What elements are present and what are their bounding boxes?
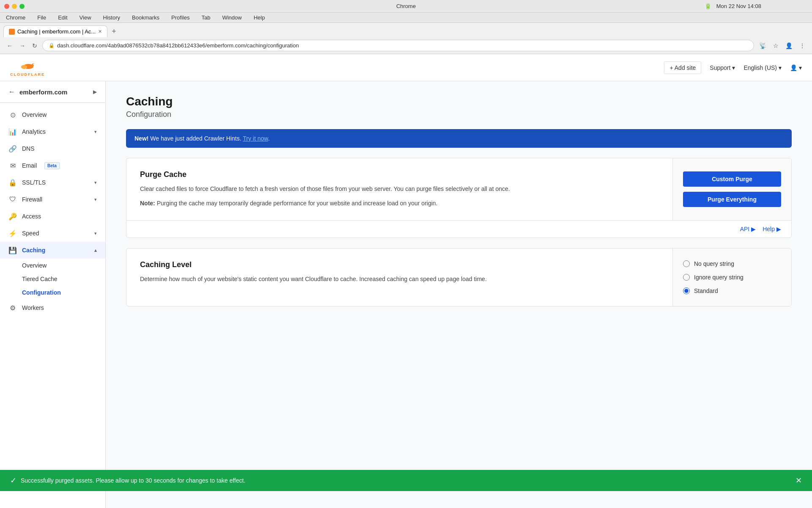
custom-purge-button[interactable]: Custom Purge	[683, 171, 781, 187]
back-button[interactable]: ←	[5, 41, 14, 51]
page-title: Caching	[126, 95, 792, 108]
menu-view[interactable]: View	[77, 14, 94, 22]
analytics-icon: 📊	[8, 127, 17, 136]
caching-level-card-inner: Caching Level Determine how much of your…	[126, 248, 791, 306]
back-to-sites-button[interactable]: ←	[8, 88, 15, 96]
url-bar[interactable]: 🔒 dash.cloudflare.com/4ab9ad0876532cb78a…	[42, 40, 754, 51]
radio-input-no-query-string[interactable]	[683, 260, 690, 267]
purge-cache-card-inner: Purge Cache Clear cached files to force …	[126, 158, 791, 220]
sidebar-subitem-configuration[interactable]: Configuration	[22, 286, 105, 299]
sidebar-item-label-speed: Speed	[22, 230, 39, 237]
purge-cache-description: Clear cached files to force Cloudflare t…	[140, 184, 659, 193]
menu-chrome[interactable]: Chrome	[3, 14, 28, 22]
radio-input-ignore-query-string[interactable]	[683, 274, 690, 281]
maximize-button[interactable]	[19, 4, 25, 9]
close-button[interactable]	[4, 4, 9, 9]
account-button[interactable]: 👤 ▾	[790, 64, 802, 71]
caching-level-left: Caching Level Determine how much of your…	[126, 248, 673, 306]
sidebar-item-workers[interactable]: ⚙ Workers	[0, 299, 105, 316]
cast-button[interactable]: 📡	[757, 41, 768, 51]
svg-point-1	[21, 65, 27, 69]
support-link[interactable]: Support ▾	[710, 64, 735, 71]
menu-bookmarks[interactable]: Bookmarks	[129, 14, 162, 22]
menu-history[interactable]: History	[101, 14, 123, 22]
sidebar-item-access[interactable]: 🔑 Access	[0, 208, 105, 225]
caching-level-card: Caching Level Determine how much of your…	[126, 248, 792, 306]
cloudflare-logo[interactable]: CLOUDFLARE	[10, 59, 45, 77]
language-selector[interactable]: English (US) ▾	[743, 64, 782, 71]
toast-close-button[interactable]: ✕	[796, 476, 802, 485]
tab-bar: Caching | emberform.com | Ac... ✕ +	[0, 23, 812, 37]
main-content: Caching Configuration New! We have just …	[106, 81, 812, 508]
sidebar-item-label-email: Email	[22, 162, 37, 169]
menu-window[interactable]: Window	[219, 14, 244, 22]
sidebar: ← emberform.com ▶ ⊙ Overview 📊 Analytics…	[0, 81, 106, 508]
sidebar-item-speed[interactable]: ⚡ Speed ▾	[0, 225, 105, 242]
ssl-expand-icon: ▾	[94, 180, 97, 185]
help-link[interactable]: Help ▶	[763, 226, 781, 232]
purge-everything-button[interactable]: Purge Everything	[683, 192, 781, 207]
browser-chrome: Caching | emberform.com | Ac... ✕ + ← → …	[0, 23, 812, 54]
bookmark-button[interactable]: ☆	[771, 41, 780, 51]
banner-new-label: New! We have just added Crawler Hints. T…	[134, 135, 270, 142]
reload-button[interactable]: ↻	[30, 41, 39, 51]
toast-check-icon: ✓	[10, 476, 16, 485]
app-layout: CLOUDFLARE + Add site Support ▾ English …	[0, 54, 812, 508]
purge-cache-right: Custom Purge Purge Everything	[673, 158, 791, 220]
new-tab-button[interactable]: +	[109, 27, 119, 36]
titlebar: Chrome 🔋 Mon 22 Nov 14:08	[0, 0, 812, 13]
window-controls[interactable]	[4, 4, 25, 9]
tab-close-button[interactable]: ✕	[98, 29, 102, 34]
top-nav-right: + Add site Support ▾ English (US) ▾ 👤 ▾	[664, 61, 802, 74]
active-tab[interactable]: Caching | emberform.com | Ac... ✕	[3, 25, 107, 37]
url-text: dash.cloudflare.com/4ab9ad0876532cb78a84…	[57, 42, 299, 49]
sidebar-item-dns[interactable]: 🔗 DNS	[0, 140, 105, 157]
try-it-now-link[interactable]: Try it now	[243, 135, 268, 142]
chevron-down-icon: ▾	[732, 64, 735, 71]
beta-badge: Beta	[44, 162, 60, 169]
add-site-button[interactable]: + Add site	[664, 61, 701, 74]
caching-expand-icon: ▴	[94, 248, 97, 253]
sidebar-item-email[interactable]: ✉ Email Beta	[0, 157, 105, 174]
menu-edit[interactable]: Edit	[55, 14, 70, 22]
sidebar-item-caching[interactable]: 💾 Caching ▴	[0, 242, 105, 259]
sidebar-item-label-analytics: Analytics	[22, 128, 46, 135]
sidebar-item-label-overview: Overview	[22, 111, 47, 118]
top-nav: CLOUDFLARE + Add site Support ▾ English …	[0, 54, 812, 81]
sidebar-item-label-caching: Caching	[22, 247, 45, 254]
profile-button[interactable]: 👤	[784, 41, 794, 51]
sidebar-item-firewall[interactable]: 🛡 Firewall ▾	[0, 191, 105, 208]
lock-icon: 🔒	[49, 43, 55, 48]
sidebar-item-analytics[interactable]: 📊 Analytics ▾	[0, 123, 105, 140]
menu-button[interactable]: ⋮	[798, 41, 807, 51]
workers-icon: ⚙	[8, 304, 17, 312]
menu-tab[interactable]: Tab	[199, 14, 213, 22]
purge-cache-title: Purge Cache	[140, 170, 659, 179]
forward-button[interactable]: →	[18, 41, 27, 51]
api-link[interactable]: API ▶	[740, 226, 756, 232]
sidebar-item-ssl-tls[interactable]: 🔒 SSL/TLS ▾	[0, 174, 105, 191]
minimize-button[interactable]	[12, 4, 17, 9]
address-bar: ← → ↻ 🔒 dash.cloudflare.com/4ab9ad087653…	[0, 37, 812, 54]
content-area: ← emberform.com ▶ ⊙ Overview 📊 Analytics…	[0, 81, 812, 508]
purge-cache-note: Note: Purging the cache may temporarily …	[140, 199, 659, 208]
chevron-down-icon-lang: ▾	[779, 64, 782, 71]
caching-icon: 💾	[8, 246, 17, 254]
radio-input-standard[interactable]	[683, 287, 690, 294]
access-icon: 🔑	[8, 212, 17, 221]
caching-level-right: No query string Ignore query string Stan…	[673, 248, 791, 306]
menu-file[interactable]: File	[35, 14, 49, 22]
menu-profiles[interactable]: Profiles	[169, 14, 192, 22]
sidebar-item-overview[interactable]: ⊙ Overview	[0, 106, 105, 123]
sidebar-subitem-tiered-cache[interactable]: Tiered Cache	[22, 272, 105, 286]
radio-standard[interactable]: Standard	[683, 287, 781, 294]
radio-no-query-string[interactable]: No query string	[683, 260, 781, 267]
menu-help[interactable]: Help	[251, 14, 268, 22]
sidebar-subitem-overview[interactable]: Overview	[22, 259, 105, 272]
cf-logo-text: CLOUDFLARE	[10, 72, 45, 77]
app-name: Chrome	[396, 3, 416, 9]
email-icon: ✉	[8, 161, 17, 170]
radio-ignore-query-string[interactable]: Ignore query string	[683, 274, 781, 281]
announcement-banner: New! We have just added Crawler Hints. T…	[126, 129, 792, 148]
sidebar-site[interactable]: ← emberform.com ▶	[0, 81, 105, 103]
